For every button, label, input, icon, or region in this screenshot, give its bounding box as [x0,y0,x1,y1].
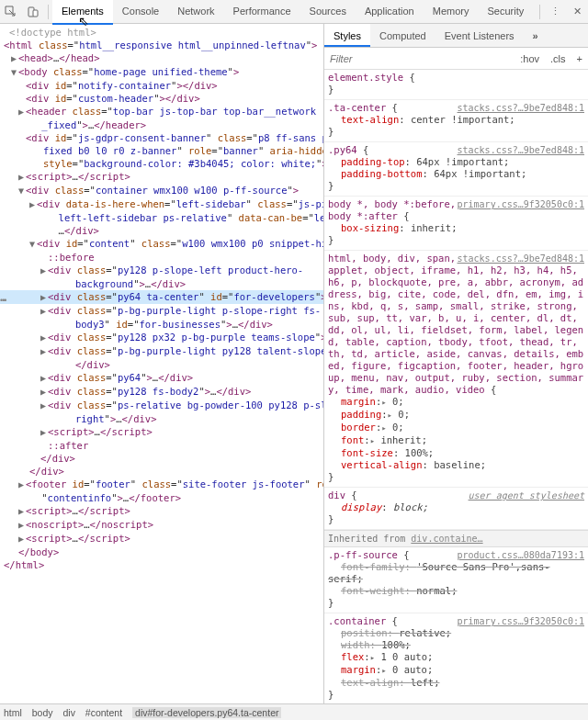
rule-py64[interactable]: stacks.css?…9be7ed848:1 .py64 { padding-… [324,142,588,197]
tab-network[interactable]: Network [168,0,223,25]
tab-console[interactable]: Console [113,0,168,25]
filter-input[interactable] [324,53,514,64]
dom-tree[interactable]: <!doctype html> <html class="html__respo… [0,24,323,573]
close-icon[interactable]: ✕ [566,0,588,24]
hov-toggle[interactable]: :hov [514,53,545,64]
source-link: stacks.css?…9be7ed848:1 [458,253,584,264]
source-link: stacks.css?…9be7ed848:1 [458,144,584,156]
selected-dom-node: ▶<div class="py64 ta-center" id="for-dev… [0,290,323,304]
tabs-more-icon[interactable]: » [533,0,536,25]
styles-panel: Styles Computed Event Listeners » :hov .… [324,24,588,703]
svg-rect-1 [33,10,38,17]
cls-toggle[interactable]: .cls [545,53,571,64]
styles-subtabs: Styles Computed Event Listeners » [324,24,588,48]
source-link: stacks.css?…9be7ed848:1 [458,102,584,114]
gutter-dots-icon[interactable]: ••• [0,296,6,305]
rule-element-style[interactable]: element.style {} [324,70,588,100]
rule-p-ff-source[interactable]: product.css…080da7193:1 .p-ff-source { f… [324,547,588,613]
tab-security[interactable]: Security [478,0,533,25]
source-link: product.css…080da7193:1 [458,549,584,561]
rule-reset[interactable]: stacks.css?…9be7ed848:1 html, body, div,… [324,251,588,488]
rule-ua-div[interactable]: user agent stylesheet div { display: blo… [324,488,588,530]
tab-performance[interactable]: Performance [224,0,300,25]
inherited-section: Inherited from div.containe… [324,530,588,547]
main-tabs: Elements Console Network Performance Sou… [52,0,536,25]
toggle-icon: ▼ [11,66,18,79]
subtabs-more-icon[interactable]: » [524,24,548,47]
dom-tree-panel: ••• <!doctype html> <html class="html__r… [0,24,324,703]
rule-ta-center[interactable]: stacks.css?…9be7ed848:1 .ta-center { tex… [324,100,588,142]
tab-sources[interactable]: Sources [300,0,356,25]
device-icon[interactable] [22,0,44,24]
subtab-computed[interactable]: Computed [370,24,435,47]
toggle-icon: ▶ [11,52,18,65]
devtools-toolbar: Elements Console Network Performance Sou… [0,0,588,24]
menu-icon[interactable]: ⋮ [544,0,566,24]
new-rule-button[interactable]: + [571,53,588,64]
source-ua: user agent stylesheet [469,489,584,501]
inspect-icon[interactable] [0,0,22,24]
tab-memory[interactable]: Memory [424,0,479,25]
source-link: primary.css…9f32050c0:1 [458,198,584,210]
tab-application[interactable]: Application [356,0,424,25]
subtab-event-listeners[interactable]: Event Listeners [435,24,524,47]
rule-body-all[interactable]: primary.css…9f32050c0:1 body *, body *:b… [324,197,588,251]
source-link: primary.css…9f32050c0:1 [458,615,584,627]
subtab-styles[interactable]: Styles [324,24,370,47]
tab-elements[interactable]: Elements [52,0,113,25]
rule-container[interactable]: primary.css…9f32050c0:1 .container { pos… [324,613,588,703]
